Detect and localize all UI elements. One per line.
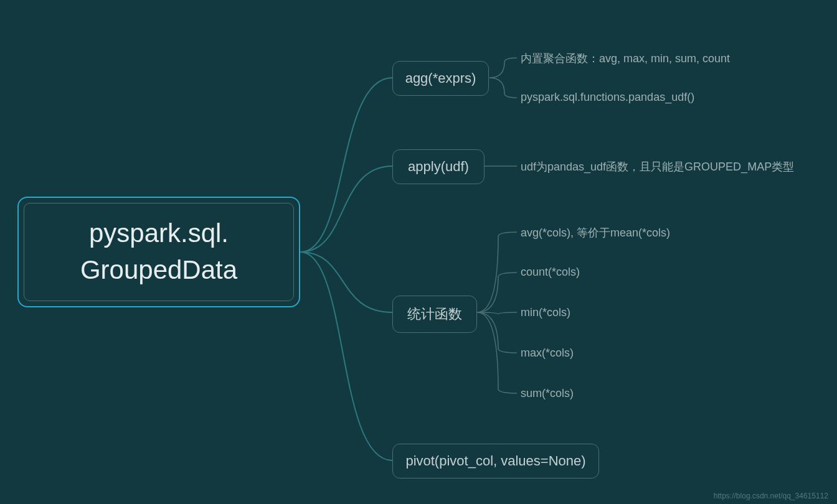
node-agg[interactable]: agg(*exprs) bbox=[392, 61, 489, 96]
leaf-agg-0: 内置聚合函数：avg, max, min, sum, count bbox=[521, 51, 730, 66]
leaf-stats-1: count(*cols) bbox=[521, 266, 580, 279]
leaf-stats-4: sum(*cols) bbox=[521, 387, 574, 400]
node-apply[interactable]: apply(udf) bbox=[392, 149, 485, 184]
node-stats[interactable]: 统计函数 bbox=[392, 296, 477, 333]
node-stats-label: 统计函数 bbox=[407, 305, 462, 324]
node-pivot-label: pivot(pivot_col, values=None) bbox=[405, 453, 585, 469]
leaf-stats-3: max(*cols) bbox=[521, 347, 574, 360]
node-agg-label: agg(*exprs) bbox=[405, 70, 476, 86]
node-pivot[interactable]: pivot(pivot_col, values=None) bbox=[392, 444, 599, 478]
node-apply-label: apply(udf) bbox=[408, 159, 469, 175]
watermark: https://blog.csdn.net/qq_34615112 bbox=[714, 492, 828, 500]
root-node[interactable]: pyspark.sql. GroupedData bbox=[17, 197, 300, 307]
leaf-stats-0: avg(*cols), 等价于mean(*cols) bbox=[521, 225, 670, 240]
leaf-agg-1: pyspark.sql.functions.pandas_udf() bbox=[521, 91, 694, 104]
leaf-apply-0: udf为pandas_udf函数，且只能是GROUPED_MAP类型 bbox=[521, 159, 794, 174]
root-node-label: pyspark.sql. GroupedData bbox=[24, 203, 294, 301]
leaf-stats-2: min(*cols) bbox=[521, 306, 570, 319]
